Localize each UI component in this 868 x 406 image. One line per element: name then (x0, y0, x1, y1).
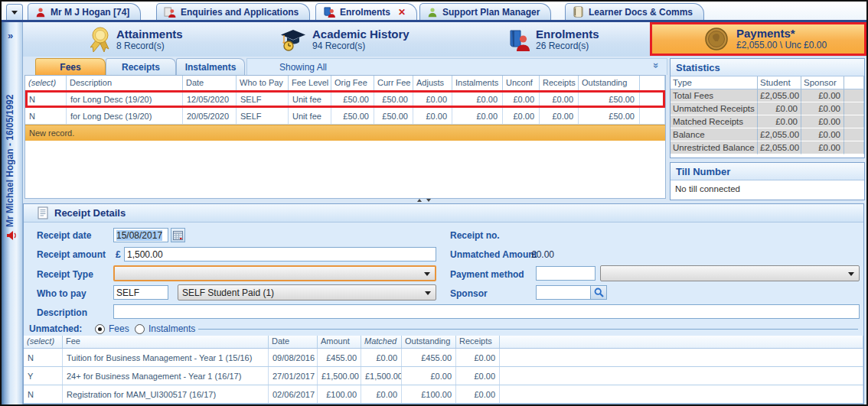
summary-amount: £2,055.00 \ Unc £0.00 (736, 40, 827, 51)
tab-enquiries-applications[interactable]: Enquiries and Applications (156, 3, 310, 20)
who-to-pay-selected: SELF Student Paid (1) (182, 287, 274, 298)
tab-support-plan-manager[interactable]: Support Plan Manager (419, 3, 551, 20)
cell-matched: £1,500.00 (361, 367, 402, 385)
cell-matched: £0.00 (361, 385, 402, 403)
col-outstanding[interactable]: Outstanding (579, 76, 640, 90)
radio-instalments-label[interactable]: Instalments (148, 323, 195, 334)
who-to-pay-dropdown[interactable]: SELF Student Paid (1) (178, 284, 436, 300)
summary-academic-history[interactable]: Academic History 94 Record(s) (280, 24, 410, 55)
cell-filler (640, 108, 665, 124)
cell-date: 20/05/2020 (183, 108, 237, 124)
cell-description: for Long Desc (19/20) (67, 108, 183, 124)
subtab-label: Fees (60, 62, 80, 73)
who-to-pay-input[interactable]: SELF (113, 285, 168, 300)
fees-grid: (select) Description Date Who to Pay Fee… (24, 75, 666, 199)
stat-filler (844, 89, 864, 102)
col-who-to-pay[interactable]: Who to Pay (237, 76, 289, 90)
stat-label: Unrestricted Balance (671, 141, 758, 154)
expand-chevrons-icon[interactable]: » (8, 30, 13, 41)
stat-col-sponsor: Sponsor (801, 76, 844, 89)
stat-filler (844, 102, 864, 115)
journal-icon (573, 6, 584, 18)
tab-learner-docs-comms[interactable]: Learner Docs & Comms (565, 3, 704, 20)
splitter-handle-icon[interactable] (417, 199, 431, 202)
announcement-icon (6, 230, 18, 244)
cell-fee: 24+ for Business Management - Year 1 (16… (63, 367, 269, 385)
statistics-row: Balance £2,055.00 £0.00 (671, 128, 864, 141)
fee-row[interactable]: N for Long Desc (19/20) 20/05/2020 SELF … (25, 108, 665, 125)
col-fee-level[interactable]: Fee Level (289, 76, 331, 90)
divider (198, 329, 858, 330)
cell-select: N (24, 385, 63, 403)
col-unconf[interactable]: Unconf (503, 76, 540, 90)
student-sidebar: » Mr Michael Hogan - 16/05/1992 (2, 22, 23, 404)
payment-method-code-input[interactable] (536, 266, 596, 281)
receipt-type-dropdown[interactable] (113, 265, 436, 281)
receipt-amount-input[interactable]: 1,500.00 (124, 247, 436, 261)
sponsor-input[interactable] (536, 285, 591, 300)
radio-fees[interactable] (95, 324, 105, 334)
cell-curr: £50.00 (374, 108, 413, 124)
cell-who: SELF (237, 91, 289, 107)
col-curr-fee[interactable]: Curr Fee (374, 76, 413, 90)
rosette-icon (90, 27, 110, 53)
payment-method-dropdown[interactable] (600, 265, 860, 281)
chevron-down-icon (425, 291, 431, 295)
unmatched-row[interactable]: N Registration for MAM_UI300517 (16/17) … (24, 385, 863, 404)
col-matched[interactable]: Matched (361, 336, 402, 348)
collapse-chevrons-icon[interactable]: » (651, 63, 662, 68)
stat-col-filler (844, 76, 864, 89)
col-filler (640, 76, 665, 90)
cell-filler (500, 367, 863, 385)
tab-student-record[interactable]: Mr M J Hogan [74] (28, 3, 141, 20)
cell-select: N (25, 91, 67, 107)
col-amount[interactable]: Amount (318, 336, 361, 348)
col-date[interactable]: Date (183, 76, 237, 90)
receipt-date-input[interactable]: 15/08/2017 (113, 228, 168, 242)
unmatched-row[interactable]: Y 24+ for Business Management - Year 1 (… (24, 367, 863, 385)
cell-select: Y (24, 367, 63, 385)
calendar-button[interactable] (171, 228, 185, 242)
summary-title: Payments* (736, 27, 827, 40)
col-adjusts[interactable]: Adjusts (413, 76, 452, 90)
showing-all-header[interactable]: Showing All » (246, 58, 667, 75)
summary-payments-highlighted[interactable]: Payments* £2,055.00 \ Unc £0.00 (650, 22, 866, 56)
stat-filler (844, 115, 864, 128)
tab-enrolments[interactable]: Enrolments ✕ (315, 3, 417, 20)
cell-fee: Registration for MAM_UI300517 (16/17) (63, 385, 269, 403)
subtab-fees[interactable]: Fees (35, 58, 106, 75)
col-description[interactable]: Description (67, 76, 183, 90)
fee-row-highlighted[interactable]: N for Long Desc (19/20) 12/05/2020 SELF … (25, 91, 665, 108)
graduation-cap-clock-icon (280, 28, 306, 51)
description-input[interactable] (113, 304, 860, 319)
stat-student-value: £0.00 (758, 115, 801, 128)
cell-outstanding: £50.00 (579, 108, 640, 124)
fees-section: Fees Receipts Instalments Showing All » … (23, 57, 667, 203)
sponsor-search-button[interactable] (590, 285, 607, 300)
col-select[interactable]: (select) (24, 336, 63, 348)
subtab-receipts[interactable]: Receipts (106, 58, 176, 75)
tab-label: Enquiries and Applications (181, 7, 299, 18)
col-outstanding[interactable]: Outstanding (402, 336, 456, 348)
close-icon[interactable]: ✕ (398, 7, 406, 18)
col-instalments[interactable]: Instalments (452, 76, 503, 90)
receipt-date-label: Receipt date (37, 230, 91, 241)
summary-enrolments[interactable]: Enrolments 26 Record(s) (508, 24, 599, 55)
cell-level: Unit fee (289, 108, 331, 124)
tab-label: Enrolments (340, 7, 390, 18)
col-receipts[interactable]: Receipts (456, 336, 500, 348)
new-record-row[interactable]: New record. (25, 125, 665, 141)
unmatched-row[interactable]: N Tuition for Business Management - Year… (24, 349, 863, 367)
col-receipts[interactable]: Receipts (540, 76, 579, 90)
col-orig-fee[interactable]: Orig Fee (331, 76, 374, 90)
unmatched-grid-header: (select) Fee Date Amount Matched Outstan… (24, 336, 863, 349)
subtab-instalments[interactable]: Instalments (176, 58, 245, 75)
radio-instalments[interactable] (135, 324, 145, 334)
col-select[interactable]: (select) (25, 76, 67, 90)
radio-fees-label[interactable]: Fees (109, 323, 129, 334)
tab-list-dropdown-button[interactable] (6, 4, 23, 20)
summary-attainments[interactable]: Attainments 8 Record(s) (90, 24, 183, 55)
summary-title: Academic History (312, 28, 410, 41)
col-fee[interactable]: Fee (63, 336, 269, 348)
col-date[interactable]: Date (269, 336, 318, 348)
